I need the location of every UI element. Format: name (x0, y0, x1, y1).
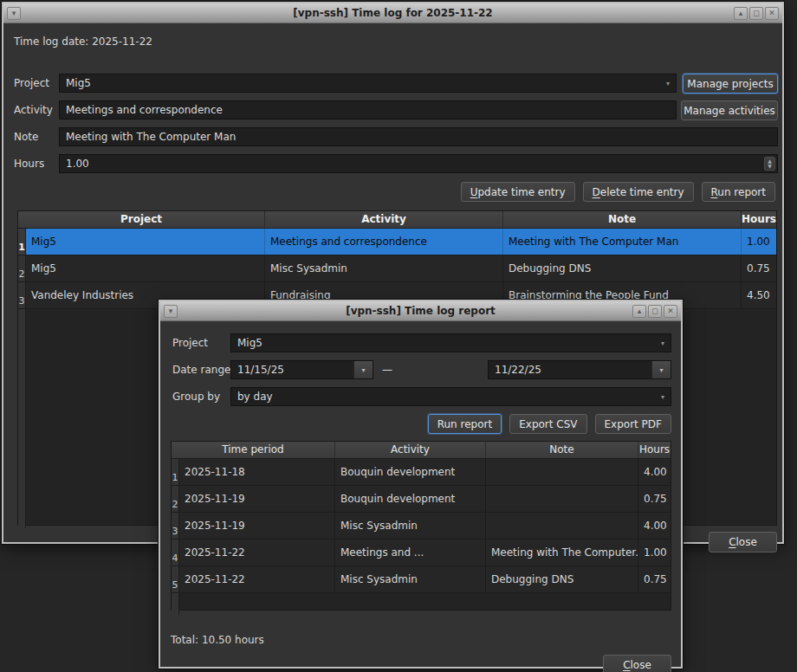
update-time-entry-button[interactable]: Update time entry (461, 182, 575, 202)
cell-note: Debugging DNS (503, 255, 742, 281)
date-range-label: Date range (172, 360, 230, 379)
export-csv-label: Export CSV (519, 418, 577, 430)
dialog-titlebar[interactable]: ▾ [vpn-ssh] Time log report ▴ ◻ ✕ (160, 301, 681, 321)
date-to-picker[interactable]: 11/22/25 ▾ (488, 360, 671, 379)
col-header-note[interactable]: Note (503, 211, 742, 228)
date-to-value: 11/22/25 (495, 364, 541, 376)
hours-spinbox[interactable]: 1.00 ▲▼ (59, 154, 778, 173)
report-row[interactable]: 3 2025-11-19 Misc Sysadmin 4.00 (172, 513, 671, 540)
activity-label: Activity (14, 100, 53, 120)
export-csv-button[interactable]: Export CSV (509, 414, 586, 434)
main-window-title: [vpn-ssh] Time log for 2025-11-22 (55, 7, 730, 19)
cell-period: 2025-11-19 (179, 513, 335, 539)
main-close-button[interactable]: Close (709, 532, 777, 552)
cell-project: Mig5 (26, 229, 265, 255)
cell-hours: 0.75 (638, 566, 671, 592)
maximize-icon: ◻ (651, 307, 658, 315)
project-combobox[interactable]: Mig5 ▾ (59, 74, 677, 93)
close-icon: ✕ (667, 307, 674, 315)
cell-activity: Misc Sysadmin (265, 255, 503, 281)
col-header-time-period[interactable]: Time period (172, 442, 335, 458)
close-window-button[interactable]: ✕ (765, 7, 779, 20)
update-label: pdate time entry (477, 186, 565, 198)
report-row[interactable]: 5 2025-11-22 Misc Sysadmin Debugging DNS… (172, 566, 671, 593)
close-window-button[interactable]: ✕ (664, 305, 677, 318)
run-label: un report (717, 186, 766, 198)
row-number: 3 (172, 513, 179, 539)
shade-button[interactable]: ▴ (734, 7, 748, 20)
manage-activities-button[interactable]: Manage activities (681, 100, 778, 120)
cell-hours: 1.00 (742, 229, 776, 255)
chevron-down-icon: ▾ (659, 366, 663, 374)
col-header-note[interactable]: Note (486, 442, 638, 458)
cell-period: 2025-11-18 (179, 459, 335, 485)
dialog-close-button[interactable]: Close (603, 655, 671, 672)
close-mnemonic: C (623, 659, 630, 671)
cell-hours: 4.00 (638, 513, 671, 539)
col-header-activity[interactable]: Activity (335, 442, 486, 458)
chevron-down-icon: ▾ (661, 393, 664, 401)
dialog-title: [vpn-ssh] Time log report (212, 305, 629, 317)
table-row[interactable]: 2 Mig5 Misc Sysadmin Debugging DNS 0.75 (18, 255, 776, 282)
col-header-hours[interactable]: Hours (638, 442, 671, 458)
cell-period: 2025-11-19 (179, 486, 335, 512)
activity-input[interactable]: Meetings and correspondence (59, 100, 677, 120)
export-pdf-button[interactable]: Export PDF (595, 414, 671, 434)
col-header-project[interactable]: Project (18, 211, 265, 228)
date-to-dropdown-button[interactable]: ▾ (651, 361, 671, 378)
cell-note: Meeting with The Computer... (486, 540, 638, 565)
cell-hours: 4.00 (638, 459, 671, 485)
delete-time-entry-button[interactable]: Delete time entry (583, 182, 694, 202)
manage-projects-button[interactable]: Manage projects (683, 74, 778, 94)
time-log-date-label: Time log date: 2025-11-22 (14, 32, 152, 51)
row-number: 1 (18, 229, 26, 255)
report-project-combobox[interactable]: Mig5 ▾ (230, 333, 671, 352)
window-menu-icon: ▾ (12, 9, 16, 17)
maximize-button[interactable]: ◻ (648, 305, 662, 318)
report-dialog: ▾ [vpn-ssh] Time log report ▴ ◻ ✕ Projec… (159, 300, 683, 669)
row-number: 2 (172, 486, 179, 512)
hours-value: 1.00 (66, 158, 89, 170)
report-row[interactable]: 4 2025-11-22 Meetings and ... Meeting wi… (172, 540, 671, 566)
time-log-table-header[interactable]: Project Activity Note Hours (18, 211, 776, 229)
report-row[interactable]: 2 2025-11-19 Bouquin development 0.75 (172, 486, 671, 513)
cell-hours: 1.00 (638, 540, 671, 565)
note-input[interactable]: Meeting with The Computer Man (59, 127, 778, 146)
cell-note (486, 486, 638, 512)
cell-activity: Meetings and correspondence (265, 229, 503, 255)
report-table-header[interactable]: Time period Activity Note Hours (172, 442, 671, 459)
close-mnemonic: C (729, 536, 735, 548)
main-window-titlebar[interactable]: ▾ [vpn-ssh] Time log for 2025-11-22 ▴ ◻ … (3, 3, 782, 23)
window-menu-icon: ▾ (169, 307, 173, 315)
cell-activity: Meetings and ... (335, 540, 486, 565)
col-header-activity[interactable]: Activity (265, 211, 503, 228)
report-project-value: Mig5 (237, 337, 262, 349)
table-row[interactable]: 1 Mig5 Meetings and correspondence Meeti… (18, 229, 776, 255)
report-actions: Run report Export CSV Export PDF (230, 414, 671, 434)
maximize-button[interactable]: ◻ (749, 7, 763, 20)
row-number-gutter (18, 309, 26, 528)
date-from-dropdown-button[interactable]: ▾ (353, 361, 373, 378)
shade-icon: ▴ (739, 9, 743, 17)
report-run-label: Run report (437, 418, 492, 430)
run-report-button[interactable]: Run report (702, 182, 776, 202)
shade-button[interactable]: ▴ (632, 305, 646, 318)
chevron-down-icon: ▾ (361, 366, 365, 374)
cell-hours: 0.75 (638, 486, 671, 512)
activity-value: Meetings and correspondence (66, 104, 223, 116)
window-menu-button[interactable]: ▾ (164, 305, 178, 318)
cell-activity: Bouquin development (335, 486, 486, 512)
date-from-picker[interactable]: 11/15/25 ▾ (230, 360, 373, 379)
group-by-label: Group by (172, 387, 220, 406)
group-by-value: by day (237, 391, 273, 403)
maximize-icon: ◻ (753, 9, 759, 17)
window-menu-button[interactable]: ▾ (7, 7, 21, 20)
group-by-combobox[interactable]: by day ▾ (230, 387, 671, 406)
chevron-down-icon: ▾ (661, 339, 664, 347)
report-row[interactable]: 1 2025-11-18 Bouquin development 4.00 (172, 459, 671, 486)
report-run-button[interactable]: Run report (428, 414, 502, 434)
col-header-hours[interactable]: Hours (742, 211, 776, 228)
spinner-buttons[interactable]: ▲▼ (764, 157, 775, 171)
shade-icon: ▴ (638, 307, 642, 315)
report-table: Time period Activity Note Hours 1 2025-1… (171, 441, 671, 611)
